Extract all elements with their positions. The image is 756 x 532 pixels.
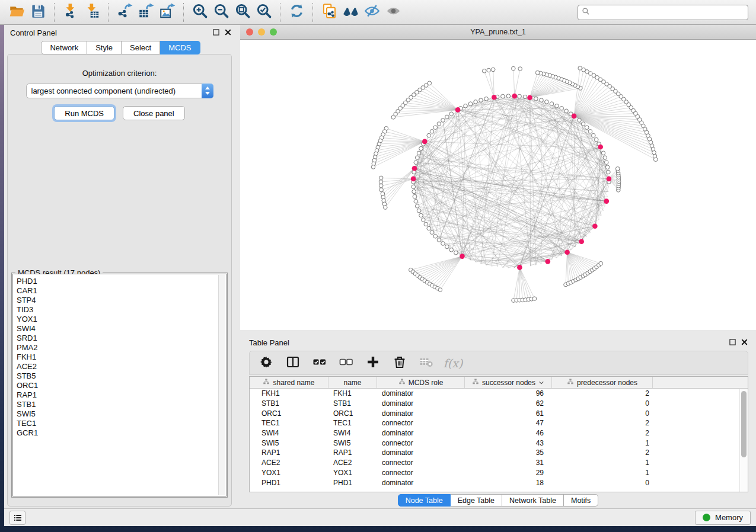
table-row[interactable]: ACE2ACE2connector311 bbox=[250, 458, 748, 468]
table-cell: STB1 bbox=[328, 399, 377, 408]
save-session-button[interactable] bbox=[27, 2, 49, 23]
table-cell: TEC1 bbox=[328, 419, 377, 427]
result-item[interactable]: RAP1 bbox=[17, 390, 216, 400]
close-panel-icon[interactable] bbox=[225, 28, 231, 37]
mcds-result-list[interactable]: PHD1CAR1STP4TID3YOX1SWI4SRD1PMA2FKH1ACE2… bbox=[12, 274, 227, 496]
table-scrollbar-thumb[interactable] bbox=[741, 391, 747, 457]
table-cell: 1 bbox=[552, 439, 653, 447]
apply-layout-button[interactable] bbox=[286, 2, 307, 23]
result-item[interactable]: STP4 bbox=[17, 296, 216, 305]
memory-button[interactable]: Memory bbox=[695, 511, 751, 525]
network-canvas[interactable] bbox=[240, 40, 756, 330]
result-item[interactable]: PMA2 bbox=[17, 343, 216, 352]
table-cell: 18 bbox=[465, 479, 552, 487]
result-item[interactable]: SWI4 bbox=[17, 324, 216, 334]
close-panel-button[interactable]: Close panel bbox=[123, 106, 185, 120]
tab-node-table[interactable]: Node Table bbox=[398, 494, 451, 507]
function-builder-button[interactable]: f(x) bbox=[444, 354, 462, 373]
import-table-button[interactable] bbox=[81, 2, 103, 23]
result-item[interactable]: TID3 bbox=[17, 305, 216, 315]
tab-edge-table[interactable]: Edge Table bbox=[451, 494, 502, 507]
table-row[interactable]: ORC1ORC1dominator610 bbox=[250, 408, 748, 418]
minimize-window-icon[interactable] bbox=[258, 28, 265, 36]
result-item[interactable]: STB5 bbox=[17, 371, 216, 381]
column-header-predecessor-nodes[interactable]: predecessor nodes bbox=[552, 377, 653, 388]
zoom-selected-button[interactable] bbox=[253, 2, 275, 23]
destroy-table-button[interactable] bbox=[417, 354, 436, 373]
search-box[interactable] bbox=[578, 5, 748, 20]
close-table-panel-icon[interactable] bbox=[741, 338, 748, 347]
result-item[interactable]: PHD1 bbox=[17, 277, 216, 286]
table-row[interactable]: TEC1TEC1connector472 bbox=[250, 418, 748, 428]
result-item[interactable]: YOX1 bbox=[17, 315, 216, 324]
open-file-button[interactable] bbox=[6, 2, 27, 23]
result-item[interactable]: ORC1 bbox=[17, 381, 216, 390]
tab-style[interactable]: Style bbox=[87, 41, 122, 55]
result-item[interactable]: FKH1 bbox=[17, 352, 216, 362]
column-header-name[interactable]: name bbox=[328, 377, 377, 388]
optimization-criterion-select[interactable]: largest connected component (undirected) bbox=[26, 84, 213, 98]
result-item[interactable]: CAR1 bbox=[17, 286, 216, 296]
delete-rows-button[interactable] bbox=[390, 354, 409, 373]
result-item[interactable]: GCR1 bbox=[17, 428, 216, 438]
import-table-icon bbox=[84, 3, 100, 21]
table-cell: SWI4 bbox=[328, 429, 377, 437]
float-table-panel-icon[interactable] bbox=[729, 338, 736, 347]
tab-motifs[interactable]: Motifs bbox=[564, 494, 598, 507]
show-columns-button[interactable] bbox=[283, 354, 302, 373]
import-network-button[interactable] bbox=[60, 2, 81, 23]
table-scrollbar[interactable] bbox=[739, 389, 748, 492]
table-cell: connector bbox=[377, 469, 465, 477]
zoom-in-button[interactable] bbox=[189, 2, 210, 23]
table-options-button[interactable] bbox=[257, 354, 276, 373]
table-row[interactable]: PHD1PHD1dominator180 bbox=[250, 477, 748, 488]
window-traffic-lights bbox=[246, 28, 277, 36]
result-item[interactable]: STB1 bbox=[17, 400, 216, 409]
result-item[interactable]: SWI5 bbox=[17, 409, 216, 419]
table-cell: PHD1 bbox=[250, 479, 328, 487]
deselect-all-rows-button[interactable] bbox=[337, 354, 356, 373]
tab-mcds[interactable]: MCDS bbox=[160, 41, 200, 55]
export-network-button[interactable] bbox=[114, 2, 135, 23]
network-graph[interactable] bbox=[240, 40, 756, 330]
visibility-button[interactable] bbox=[382, 2, 404, 23]
table-row[interactable]: SWI5SWI5connector431 bbox=[250, 438, 748, 448]
copy-network-view-button[interactable] bbox=[318, 2, 340, 23]
zoom-out-button[interactable] bbox=[210, 2, 232, 23]
export-table-button[interactable] bbox=[135, 2, 157, 23]
column-header-MCDS-role[interactable]: MCDS role bbox=[377, 377, 465, 388]
result-item[interactable]: SRD1 bbox=[17, 334, 216, 343]
zoom-fit-button[interactable] bbox=[232, 2, 253, 23]
tab-select[interactable]: Select bbox=[122, 41, 160, 55]
export-image-button[interactable] bbox=[157, 2, 178, 23]
table-cell: 46 bbox=[465, 429, 552, 437]
task-history-button[interactable] bbox=[9, 511, 25, 525]
table-row[interactable]: YOX1YOX1connector291 bbox=[250, 468, 748, 478]
column-header-successor-nodes[interactable]: successor nodes bbox=[465, 377, 552, 388]
column-header-shared-name[interactable]: shared name bbox=[250, 377, 328, 388]
select-all-rows-button[interactable] bbox=[310, 354, 329, 373]
table-row[interactable]: RAP1RAP1dominator352 bbox=[250, 448, 748, 458]
search-input[interactable] bbox=[592, 8, 744, 17]
table-row[interactable]: SWI4SWI4dominator462 bbox=[250, 428, 748, 438]
visibility-off-button[interactable] bbox=[361, 2, 382, 23]
maximize-window-icon[interactable] bbox=[270, 28, 277, 36]
table-panel-header: Table Panel bbox=[240, 335, 756, 350]
apply-layout-icon bbox=[289, 3, 305, 21]
float-panel-icon[interactable] bbox=[213, 28, 219, 37]
table-row[interactable]: STB1STB1dominator620 bbox=[250, 399, 748, 409]
add-row-button[interactable] bbox=[363, 354, 382, 373]
result-list-scrollbar[interactable] bbox=[218, 275, 225, 495]
tab-network[interactable]: Network bbox=[41, 41, 87, 55]
network-window-titlebar[interactable]: YPA_prune.txt_1 bbox=[240, 25, 756, 40]
tab-network-table[interactable]: Network Table bbox=[502, 494, 564, 507]
table-row[interactable]: FKH1FKH1dominator962 bbox=[250, 389, 748, 399]
table-panel: Table Panel f(x) shared namenameMCDS rol… bbox=[240, 335, 756, 508]
horizontal-splitter[interactable] bbox=[240, 330, 756, 335]
close-window-icon[interactable] bbox=[246, 28, 253, 36]
result-item[interactable]: TEC1 bbox=[17, 419, 216, 428]
search-icon bbox=[582, 7, 590, 18]
binoculars-button[interactable] bbox=[340, 2, 361, 23]
result-item[interactable]: ACE2 bbox=[17, 362, 216, 371]
run-mcds-button[interactable]: Run MCDS bbox=[54, 106, 114, 120]
